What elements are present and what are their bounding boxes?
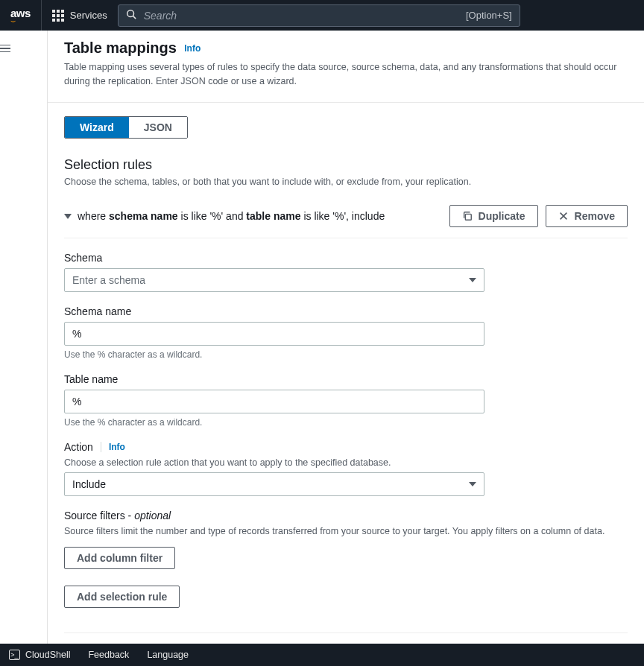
grid-icon <box>52 10 64 22</box>
table-name-hint: Use the % character as a wildcard. <box>64 417 628 428</box>
svg-line-1 <box>133 16 136 19</box>
language-link[interactable]: Language <box>147 650 189 660</box>
services-button[interactable]: Services <box>52 10 107 22</box>
action-select[interactable]: Include <box>64 472 484 496</box>
info-link-action[interactable]: Info <box>109 442 125 452</box>
field-label-schema: Schema <box>64 252 628 264</box>
field-table-name: Table name Use the % character as a wild… <box>64 373 628 428</box>
tab-json[interactable]: JSON <box>129 117 187 138</box>
schema-select-placeholder: Enter a schema <box>72 274 145 286</box>
schema-select[interactable]: Enter a schema <box>64 268 484 292</box>
aws-logo[interactable]: aws ⌣ <box>10 0 42 31</box>
field-action: Action Info Choose a selection rule acti… <box>64 441 628 496</box>
cloudshell-icon: >_ <box>9 650 20 660</box>
field-label-table-name: Table name <box>64 373 628 385</box>
rule-actions: Duplicate Remove <box>449 205 628 227</box>
table-name-input[interactable] <box>64 390 484 413</box>
search-bar[interactable]: [Option+S] <box>118 4 520 27</box>
field-schema-name: Schema name Use the % character as a wil… <box>64 305 628 360</box>
page-title: Table mappings <box>64 39 177 57</box>
hamburger-icon <box>0 45 10 53</box>
main-content: Table mappings Info Table mapping uses s… <box>47 31 644 644</box>
search-icon <box>126 9 136 22</box>
schema-name-hint: Use the % character as a wildcard. <box>64 349 628 360</box>
svg-rect-2 <box>465 215 471 221</box>
section-title-selection-rules: Selection rules <box>64 157 628 173</box>
rule-header-row: where schema name is like '%' and table … <box>64 205 628 238</box>
services-label: Services <box>70 10 107 21</box>
field-source-filters: Source filters - optional Source filters… <box>64 510 628 536</box>
info-link-header[interactable]: Info <box>184 43 201 54</box>
divider <box>101 442 101 452</box>
side-nav-toggle[interactable] <box>0 37 13 60</box>
close-icon <box>558 211 569 221</box>
search-input[interactable] <box>144 10 458 22</box>
feedback-link[interactable]: Feedback <box>88 650 129 660</box>
action-desc: Choose a selection rule action that you … <box>64 457 628 468</box>
page-subtitle: Table mapping uses several types of rule… <box>64 60 628 89</box>
remove-button[interactable]: Remove <box>546 205 628 227</box>
cloudshell-button[interactable]: >_ CloudShell <box>9 650 70 660</box>
rule-summary[interactable]: where schema name is like '%' and table … <box>64 210 385 222</box>
page-header: Table mappings Info Table mapping uses s… <box>48 31 644 103</box>
section-desc-selection-rules: Choose the schema, tables, or both that … <box>64 175 628 189</box>
caret-down-icon <box>469 482 476 486</box>
schema-name-input[interactable] <box>64 322 484 346</box>
bottom-bar: >_ CloudShell Feedback Language <box>0 644 644 666</box>
field-label-action: Action <box>64 441 93 453</box>
editor-mode-tabs: Wizard JSON <box>64 116 188 139</box>
duplicate-button[interactable]: Duplicate <box>449 205 538 227</box>
field-label-source-filters: Source filters - optional <box>64 510 628 521</box>
copy-icon <box>462 211 473 221</box>
tab-wizard[interactable]: Wizard <box>65 117 129 138</box>
add-column-filter-button[interactable]: Add column filter <box>64 547 175 569</box>
source-filters-desc: Source filters limit the number and type… <box>64 526 628 536</box>
add-selection-rule-button[interactable]: Add selection rule <box>64 586 180 608</box>
rule-summary-text: where schema name is like '%' and table … <box>78 210 385 222</box>
field-label-schema-name: Schema name <box>64 305 628 317</box>
field-label-action-row: Action Info <box>64 441 628 453</box>
top-navigation: aws ⌣ Services [Option+S] <box>0 0 644 31</box>
action-select-value: Include <box>72 478 106 490</box>
field-schema: Schema Enter a schema <box>64 252 628 292</box>
caret-down-icon <box>469 278 476 282</box>
svg-point-0 <box>127 10 133 17</box>
search-shortcut-hint: [Option+S] <box>466 10 512 21</box>
caret-down-icon <box>64 214 72 219</box>
